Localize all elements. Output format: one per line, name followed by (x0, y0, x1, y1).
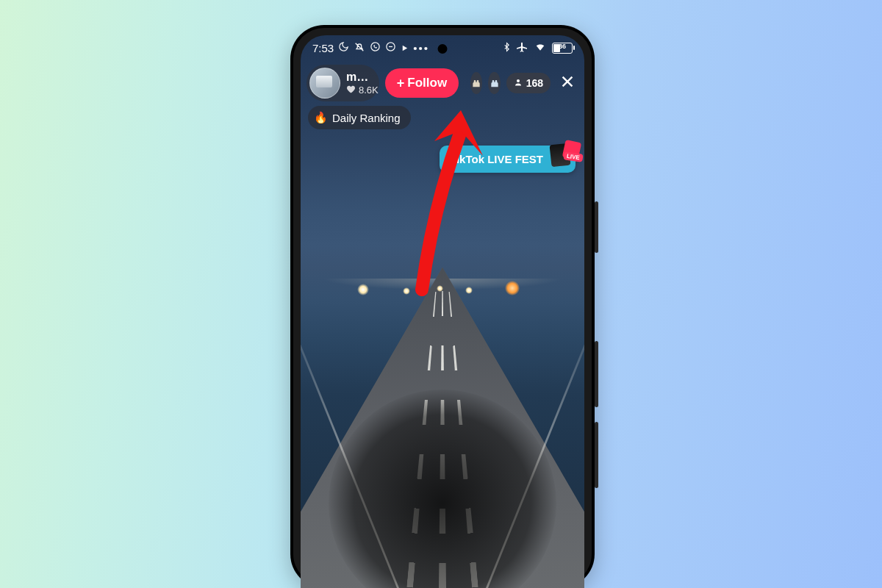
host-username: mohamed sa… (346, 71, 375, 84)
fest-banner-icon: LIVE (546, 140, 581, 175)
headlight-orange (505, 281, 520, 295)
svg-point-2 (517, 79, 520, 82)
top-viewer-avatar-1[interactable] (470, 72, 482, 94)
statusbar-right-cluster: 36 (502, 41, 573, 55)
whatsapp-icon (370, 41, 381, 54)
more-dots-icon: ••• (413, 42, 429, 54)
front-camera-hole (438, 44, 448, 54)
follow-label: Follow (407, 76, 447, 90)
phone-frame: 7:53 ••• (290, 25, 595, 588)
headlight (403, 287, 410, 295)
statusbar-time: 7:53 (312, 42, 334, 54)
tiktok-live-fest-banner[interactable]: TikTok LIVE FEST LIVE (440, 146, 576, 173)
fest-banner-label: TikTok LIVE FEST (450, 153, 543, 165)
plus-icon: + (397, 76, 405, 90)
host-likes: 8.6K (346, 85, 375, 96)
svg-point-0 (371, 43, 379, 51)
ranking-label: Daily Ranking (332, 112, 401, 124)
follow-button[interactable]: + Follow (385, 68, 459, 98)
close-icon (559, 74, 576, 90)
viewer-count-pill[interactable]: 168 (506, 73, 551, 93)
phone-side-button (595, 201, 598, 253)
battery-icon: 36 (552, 43, 573, 54)
statusbar-left-cluster: 7:53 ••• (312, 41, 429, 55)
phone-screen: 7:53 ••• (301, 35, 584, 588)
phone-volume-down (595, 422, 598, 488)
message-circle-icon (385, 41, 396, 54)
fire-icon: 🔥 (314, 111, 328, 124)
person-icon (514, 77, 523, 89)
dnd-moon-icon (338, 41, 349, 54)
likes-count: 8.6K (359, 85, 379, 96)
headlight (465, 287, 473, 294)
host-info-pill[interactable]: mohamed sa… 8.6K (306, 65, 379, 101)
airplane-icon (517, 41, 528, 55)
host-avatar[interactable] (309, 68, 340, 98)
top-viewer-avatar-2[interactable] (488, 72, 500, 94)
viewer-count: 168 (526, 77, 543, 89)
play-triangle-icon (401, 42, 409, 54)
battery-percent: 36 (553, 43, 572, 50)
gradient-backdrop: 7:53 ••• (0, 0, 882, 588)
daily-ranking-pill[interactable]: 🔥 Daily Ranking (308, 106, 411, 129)
phone-volume-up (595, 341, 598, 407)
live-top-bar: mohamed sa… 8.6K + Follow (306, 65, 578, 101)
bluetooth-icon (502, 41, 512, 55)
close-button[interactable] (556, 71, 578, 95)
wifi-icon (534, 42, 547, 54)
heart-icon (346, 85, 356, 96)
mute-vibrate-icon (354, 41, 365, 55)
